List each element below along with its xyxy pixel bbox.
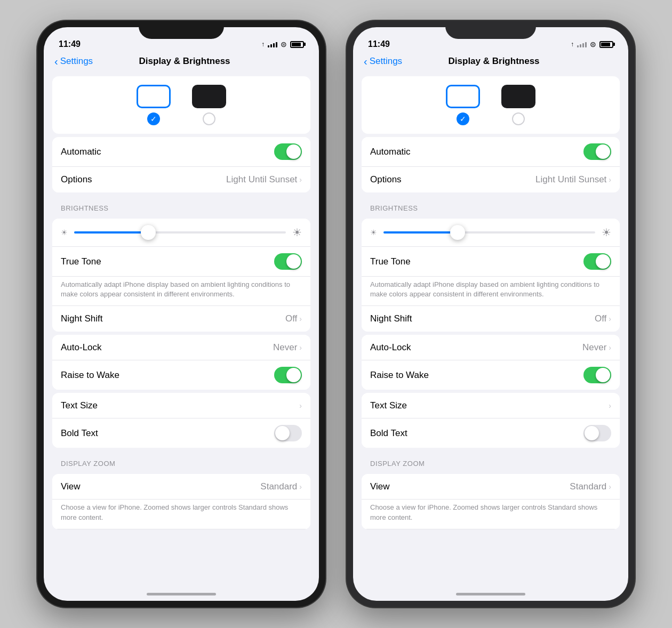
automatic-label-2: Automatic [370,147,411,157]
signal-bar-3 [273,43,275,47]
auto-lock-row-1[interactable]: Auto-Lock Never › [52,335,310,360]
raise-to-wake-toggle-1[interactable] [274,367,302,383]
auto-lock-chevron-1: › [299,343,302,352]
true-tone-row-2[interactable]: True Tone [362,247,620,277]
automatic-knob-1 [286,144,301,159]
raise-to-wake-knob-2 [596,368,610,382]
automatic-knob-2 [596,144,610,159]
wifi-icon-1: ⊜ [281,40,287,49]
text-size-row-1[interactable]: Text Size › [52,393,310,418]
options-label-2: Options [370,174,402,185]
brightness-group-1: ☀ ☀ True Tone Automatically adapt iP [52,219,310,332]
text-group-2: Text Size › Bold Text [362,393,620,448]
brightness-high-icon-1: ☀ [292,226,302,239]
text-group-1: Text Size › Bold Text [52,393,310,448]
appearance-section-1: ✓ [52,76,310,134]
view-description-1: Choose a view for iPhone. Zoomed shows l… [52,500,310,529]
scroll-content-1[interactable]: ✓ Automatic Opt [44,72,319,592]
bold-text-row-1[interactable]: Bold Text [52,418,310,448]
options-value-text-2: Light Until Sunset [535,174,606,185]
text-size-chevron-1: › [299,401,302,410]
light-mode-option-1[interactable]: ✓ [137,85,171,125]
true-tone-row-1[interactable]: True Tone [52,247,310,277]
brightness-track-1[interactable] [74,231,286,234]
auto-lock-label-1: Auto-Lock [61,342,102,353]
view-label-2: View [370,481,390,492]
signal-bar-4 [276,42,277,47]
signal-bar-2-4 [585,42,587,47]
display-zoom-label-2: DISPLAY ZOOM [362,451,620,471]
dark-mode-option-1[interactable] [192,85,226,125]
appearance-settings-group-2: Automatic Options Light Until Sunset › [362,137,620,192]
light-preview-2 [446,85,480,108]
signal-bars-1 [268,41,277,47]
view-label-1: View [61,481,81,492]
dark-preview-2 [501,85,535,108]
raise-to-wake-label-1: Raise to Wake [61,370,119,381]
phone-frame-1: 11:49 ↑ ⊜ ‹ [37,21,325,607]
nav-bar-1: ‹ Settings Display & Brightness [44,54,319,72]
location-icon-2: ↑ [571,41,574,48]
brightness-low-icon-2: ☀ [370,228,377,237]
signal-bar-2 [270,44,272,47]
text-size-chevron-2: › [609,401,611,410]
automatic-toggle-1[interactable] [274,143,302,160]
true-tone-toggle-2[interactable] [583,253,611,270]
brightness-slider-row-1[interactable]: ☀ ☀ [52,219,310,247]
appearance-section-2: ✓ [362,76,620,134]
true-tone-toggle-1[interactable] [274,253,302,270]
notch-1 [139,21,224,39]
home-indicator-1 [147,593,216,595]
signal-bar-2-3 [582,43,584,47]
raise-to-wake-row-2[interactable]: Raise to Wake [362,360,620,390]
brightness-thumb-1[interactable] [141,225,156,240]
options-value-1: Light Until Sunset › [226,174,302,185]
automatic-row-1[interactable]: Automatic [52,137,310,167]
options-value-text-1: Light Until Sunset [226,174,297,185]
display-zoom-group-2: View Standard › Choose a view for iPhone… [362,474,620,529]
view-row-2[interactable]: View Standard › [362,474,620,500]
night-shift-value-1: Off › [285,313,302,324]
light-mode-option-2[interactable]: ✓ [446,85,480,125]
options-row-1[interactable]: Options Light Until Sunset › [52,167,310,192]
page-title-2: Display & Brightness [370,56,618,67]
options-chevron-1: › [299,175,302,184]
bold-text-toggle-2[interactable] [583,425,611,441]
auto-lock-row-2[interactable]: Auto-Lock Never › [362,335,620,360]
brightness-high-icon-2: ☀ [602,226,611,239]
raise-to-wake-row-1[interactable]: Raise to Wake [52,360,310,390]
dark-mode-option-2[interactable] [501,85,535,125]
signal-bar-2-2 [580,44,581,47]
view-value-2: Standard › [570,481,611,492]
options-label-1: Options [61,174,92,185]
auto-lock-value-1: Never › [273,342,302,353]
brightness-track-2[interactable] [383,231,595,234]
night-shift-row-2[interactable]: Night Shift Off › [362,306,620,332]
options-value-2: Light Until Sunset › [535,174,611,185]
brightness-thumb-2[interactable] [450,225,465,240]
scroll-content-2[interactable]: ✓ Automatic Opt [353,72,628,592]
raise-to-wake-toggle-2[interactable] [583,367,611,383]
status-icons-2: ↑ ⊜ [571,40,613,49]
status-icons-1: ↑ ⊜ [261,40,304,49]
automatic-row-2[interactable]: Automatic [362,137,620,167]
automatic-label-1: Automatic [61,147,101,157]
nav-bar-2: ‹ Settings Display & Brightness [353,54,628,72]
bold-text-toggle-1[interactable] [274,425,302,441]
battery-icon-2 [599,41,613,48]
phone-2: 11:49 ↑ ⊜ ‹ [347,21,635,607]
bold-text-row-2[interactable]: Bold Text [362,418,620,448]
night-shift-value-2: Off › [595,313,611,324]
lock-group-1: Auto-Lock Never › Raise to Wake [52,335,310,390]
text-size-row-2[interactable]: Text Size › [362,393,620,418]
view-chevron-1: › [299,482,302,491]
wifi-icon-2: ⊜ [590,40,596,49]
night-shift-row-1[interactable]: Night Shift Off › [52,306,310,332]
automatic-toggle-2[interactable] [583,143,611,160]
options-row-2[interactable]: Options Light Until Sunset › [362,167,620,192]
view-value-1: Standard › [260,481,302,492]
brightness-fill-2 [383,231,458,234]
brightness-slider-row-2[interactable]: ☀ ☀ [362,219,620,247]
screen-1: 11:49 ↑ ⊜ ‹ [44,27,319,601]
view-row-1[interactable]: View Standard › [52,474,310,500]
